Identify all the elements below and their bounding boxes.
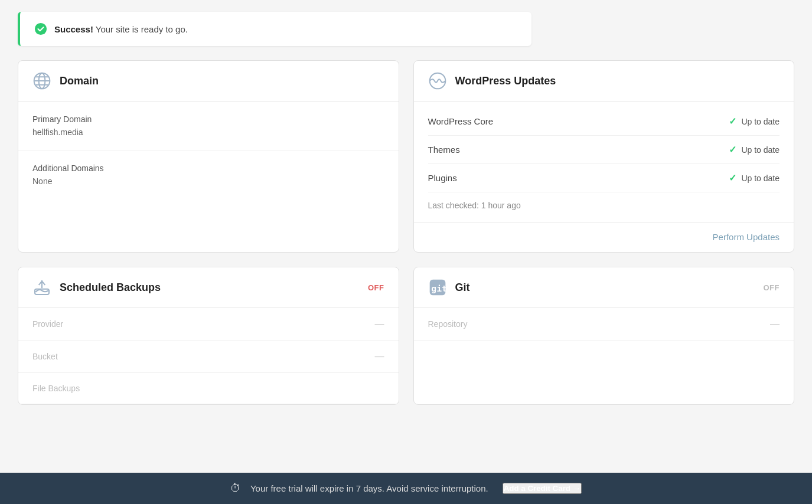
git-card-body: Repository —: [414, 308, 794, 341]
wp-core-label: WordPress Core: [428, 116, 494, 126]
success-bold: Success!: [54, 24, 93, 34]
success-message: Success! Your site is ready to go.: [54, 24, 188, 34]
themes-label: Themes: [428, 145, 460, 155]
provider-label: Provider: [32, 319, 63, 329]
svg-text:git: git: [431, 283, 446, 293]
plugins-status: ✓ Up to date: [729, 172, 780, 184]
plugins-status-text: Up to date: [741, 174, 780, 183]
plugins-row: Plugins ✓ Up to date: [428, 164, 780, 192]
themes-status: ✓ Up to date: [729, 144, 780, 155]
perform-updates-button[interactable]: Perform Updates: [713, 232, 780, 242]
themes-row: Themes ✓ Up to date: [428, 136, 780, 164]
primary-domain-value: hellfish.media: [32, 127, 384, 137]
themes-status-text: Up to date: [741, 145, 780, 155]
wp-core-row: WordPress Core ✓ Up to date: [428, 107, 780, 136]
wp-updates-card-title: WordPress Updates: [455, 75, 780, 87]
wp-updates-card-header: WordPress Updates: [414, 61, 794, 102]
additional-domains-value: None: [32, 176, 384, 186]
git-icon: git: [428, 278, 447, 297]
success-detail: Your site is ready to go.: [93, 24, 188, 34]
git-card: git Git OFF Repository —: [413, 267, 795, 405]
svg-point-0: [35, 23, 47, 35]
cards-grid-top: Domain Primary Domain hellfish.media Add…: [18, 60, 794, 253]
backups-card-body: Provider — Bucket — File Backups: [18, 308, 399, 404]
wordpress-updates-card: WordPress Updates WordPress Core ✓ Up to…: [413, 60, 795, 253]
trial-clock-icon: ⏱: [230, 482, 241, 495]
domain-card: Domain Primary Domain hellfish.media Add…: [18, 60, 399, 253]
provider-row: Provider —: [18, 308, 399, 341]
cards-grid-bottom: Scheduled Backups OFF Provider — Bucket …: [18, 267, 794, 405]
domain-card-title: Domain: [60, 75, 384, 87]
git-off-badge: OFF: [764, 283, 780, 292]
provider-dash: —: [375, 319, 384, 329]
plugins-label: Plugins: [428, 173, 457, 183]
git-card-header: git Git OFF: [414, 267, 794, 308]
plugins-check: ✓: [729, 172, 736, 184]
success-icon: [34, 22, 47, 35]
success-banner: Success! Your site is ready to go.: [18, 12, 531, 46]
repository-label: Repository: [428, 319, 468, 329]
backups-card: Scheduled Backups OFF Provider — Bucket …: [18, 267, 399, 405]
repository-dash: —: [770, 319, 780, 329]
wp-core-check: ✓: [729, 116, 736, 127]
primary-domain-section: Primary Domain hellfish.media: [18, 102, 399, 150]
bucket-label: Bucket: [32, 352, 58, 361]
additional-domains-label: Additional Domains: [32, 163, 384, 173]
backup-icon: [32, 278, 51, 297]
bucket-row: Bucket —: [18, 341, 399, 373]
domain-card-body: Primary Domain hellfish.media Additional…: [18, 102, 399, 199]
file-backups-label: File Backups: [32, 384, 80, 393]
backups-off-badge: OFF: [368, 283, 384, 292]
wordpress-icon: [428, 71, 447, 90]
file-backups-row: File Backups: [18, 373, 399, 404]
domain-card-header: Domain: [18, 61, 399, 102]
last-checked: Last checked: 1 hour ago: [428, 192, 780, 216]
backups-card-title: Scheduled Backups: [60, 282, 360, 294]
additional-domains-section: Additional Domains None: [18, 150, 399, 199]
trial-message: Your free trial will expire in 7 days. A…: [250, 483, 488, 493]
domain-icon: [32, 71, 51, 90]
add-credit-card-button[interactable]: Add a Credit Card →: [503, 483, 582, 494]
primary-domain-label: Primary Domain: [32, 114, 384, 124]
themes-check: ✓: [729, 144, 736, 155]
bucket-dash: —: [375, 351, 384, 362]
git-card-title: Git: [455, 282, 755, 294]
repository-row: Repository —: [414, 308, 794, 341]
updates-list: WordPress Core ✓ Up to date Themes ✓ Up …: [414, 102, 794, 222]
wp-core-status-text: Up to date: [741, 117, 780, 126]
backups-card-header: Scheduled Backups OFF: [18, 267, 399, 308]
wp-card-footer: Perform Updates: [414, 222, 794, 252]
wp-core-status: ✓ Up to date: [729, 116, 780, 127]
trial-banner: ⏱ Your free trial will expire in 7 days.…: [0, 473, 812, 504]
